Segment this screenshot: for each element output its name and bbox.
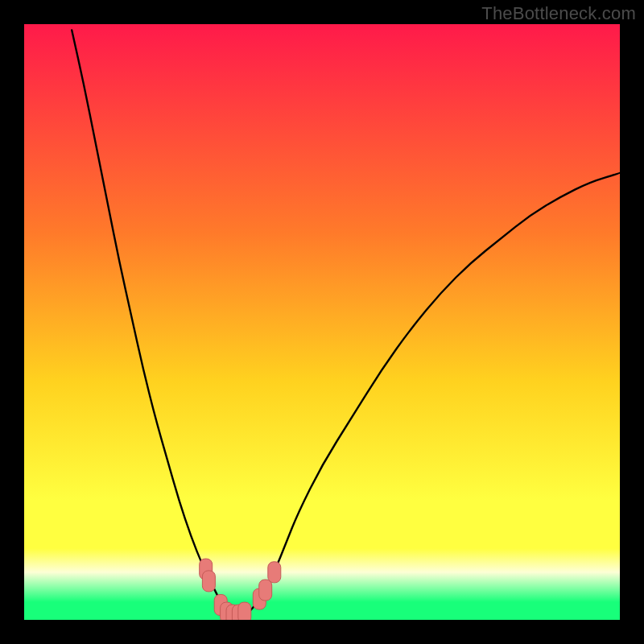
watermark-text: TheBottleneck.com <box>481 3 636 24</box>
chart-frame: TheBottleneck.com <box>0 0 644 644</box>
curve-marker <box>238 602 251 620</box>
plot-area <box>24 24 620 620</box>
curve-marker <box>259 580 272 601</box>
curve-marker <box>268 562 281 583</box>
gradient-background <box>24 24 620 620</box>
curve-marker <box>202 571 215 592</box>
bottleneck-chart <box>24 24 620 620</box>
